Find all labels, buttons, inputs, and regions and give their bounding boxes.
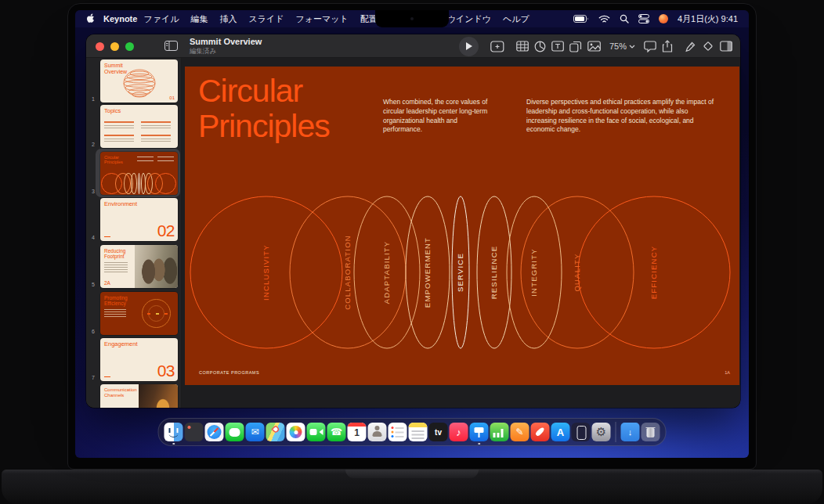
- finder-dock-icon[interactable]: [164, 419, 183, 445]
- menu-編集[interactable]: 編集: [190, 13, 208, 25]
- slide-thumbnail-4[interactable]: 4 Environment 02: [100, 198, 178, 241]
- laptop-base-lip: [345, 470, 479, 478]
- slide-thumbnail-2[interactable]: 2 Topics: [100, 105, 178, 148]
- rocket-icon: [531, 423, 550, 441]
- document-button[interactable]: [720, 41, 732, 52]
- play-button[interactable]: [459, 37, 479, 56]
- ring-label-quality: QUALITY: [573, 253, 581, 291]
- settings-dock-icon[interactable]: ⚙: [592, 419, 611, 445]
- thumb-mark: [104, 236, 110, 238]
- facetime-icon: [307, 423, 326, 441]
- text-button[interactable]: [551, 41, 564, 52]
- slide-thumbnail-6[interactable]: 6 Promoting Efficiency: [100, 292, 178, 335]
- window-title-block: Summit Overview 編集済み: [190, 37, 262, 56]
- shape-button[interactable]: [569, 41, 582, 52]
- running-indicator: [172, 443, 175, 445]
- thumb-text-block: [141, 121, 171, 131]
- slide-thumbnail-7[interactable]: 7 Engagement 03: [100, 338, 178, 381]
- thumb-title-6: Promoting Efficiency: [104, 295, 128, 306]
- app-store-dock-icon[interactable]: A: [551, 419, 570, 445]
- dock: ✉☎tv♪✎A⚙↓: [158, 418, 667, 446]
- menu-ウインドウ[interactable]: ウインドウ: [447, 13, 491, 25]
- close-button[interactable]: [96, 42, 104, 51]
- search-icon[interactable]: [620, 14, 629, 23]
- sidebar-toggle-button[interactable]: [164, 41, 178, 51]
- play-icon: [466, 42, 472, 50]
- window-titlebar: Summit Overview 編集済み: [86, 34, 740, 58]
- animate-button[interactable]: [702, 40, 714, 52]
- apple-logo-icon: [86, 13, 96, 24]
- battery-icon[interactable]: [573, 15, 589, 23]
- apple-menu[interactable]: [86, 13, 96, 24]
- thumb-title-2: Topics: [104, 108, 121, 114]
- slide-number-7: 7: [92, 375, 95, 380]
- chevron-down-icon: [629, 45, 635, 49]
- chart-button[interactable]: [534, 41, 546, 52]
- slide-thumbnail-3-selected[interactable]: 3 Circular Principles: [100, 152, 178, 195]
- fullscreen-button[interactable]: [125, 42, 134, 51]
- traffic-lights: [96, 42, 134, 51]
- thumb-art-7: Engagement 03: [100, 338, 178, 381]
- menubar-status-area: 4月1日(火) 9:41: [573, 13, 738, 25]
- music-dock-icon[interactable]: ♪: [450, 419, 468, 445]
- numbers-icon: [490, 423, 509, 441]
- slide-thumbnail-1[interactable]: 1 Summit Overview: [100, 59, 178, 103]
- menu-スライド[interactable]: スライド: [248, 13, 284, 25]
- slide-thumbnail-8[interactable]: 8 Communication Channels: [100, 384, 178, 408]
- notes-dock-icon[interactable]: [409, 419, 428, 445]
- share-button[interactable]: [662, 40, 673, 52]
- ring-label-integrity: INTEGRITY: [529, 248, 538, 296]
- menubar-app-name[interactable]: Keynote: [103, 14, 137, 23]
- safari-dock-icon[interactable]: [205, 419, 224, 445]
- photos-icon: [287, 423, 305, 441]
- phone-dock-icon[interactable]: ☎: [327, 419, 346, 445]
- launchpad-dock-icon[interactable]: [185, 419, 204, 445]
- thumb-title-5: Reducing Footprint: [104, 248, 125, 259]
- orange-status-icon[interactable]: [659, 14, 668, 23]
- format-button[interactable]: [685, 41, 696, 52]
- maps-dock-icon[interactable]: [266, 419, 285, 445]
- running-indicator: [478, 443, 480, 445]
- keynote-dock-icon[interactable]: [470, 419, 489, 445]
- safari-icon: [205, 423, 224, 441]
- dock-divider: [616, 422, 616, 442]
- slide-paragraph-1[interactable]: When combined, the core values of circul…: [383, 98, 495, 135]
- photos-dock-icon[interactable]: [287, 419, 305, 445]
- menu-ヘルプ[interactable]: ヘルプ: [503, 13, 529, 25]
- contacts-dock-icon[interactable]: [368, 419, 387, 445]
- messages-dock-icon[interactable]: [226, 419, 244, 445]
- thumb-art-4: Environment 02: [100, 198, 178, 241]
- slide-number-6: 6: [92, 329, 95, 334]
- numbers-dock-icon[interactable]: [490, 419, 509, 445]
- comment-button[interactable]: [644, 41, 656, 52]
- menu-ファイル[interactable]: ファイル: [143, 13, 179, 25]
- minimize-button[interactable]: [110, 42, 119, 51]
- downloads-dock-icon[interactable]: ↓: [621, 419, 640, 445]
- zoom-select[interactable]: 75%: [609, 41, 635, 51]
- thumb-big-number-7: 03: [157, 362, 175, 380]
- facetime-dock-icon[interactable]: [307, 419, 326, 445]
- slide-paragraph-2[interactable]: Diverse perspectives and ethical practic…: [526, 98, 720, 135]
- menu-挿入[interactable]: 挿入: [219, 13, 237, 25]
- calendar-dock-icon[interactable]: [348, 419, 367, 445]
- ring-label-efficiency: EFFICIENCY: [649, 246, 658, 299]
- wifi-icon[interactable]: [598, 15, 610, 23]
- trash-dock-icon[interactable]: [641, 419, 660, 445]
- table-button[interactable]: [516, 41, 529, 52]
- control-center-icon[interactable]: [638, 14, 649, 23]
- current-slide[interactable]: Circular Principles When combined, the c…: [185, 67, 739, 385]
- slide-title[interactable]: Circular Principles: [198, 74, 330, 144]
- thumb-page-label-1: 01: [169, 95, 175, 100]
- rocket-dock-icon[interactable]: [531, 419, 550, 445]
- menubar-clock[interactable]: 4月1日(火) 9:41: [678, 13, 738, 25]
- tv-dock-icon[interactable]: tv: [429, 419, 448, 445]
- add-slide-button[interactable]: [490, 41, 504, 52]
- pages-dock-icon[interactable]: ✎: [511, 419, 529, 445]
- slide-thumbnail-5[interactable]: 5 Reducing Footprint 2A: [100, 245, 178, 288]
- media-button[interactable]: [587, 41, 601, 52]
- iphone-mirroring-dock-icon[interactable]: [572, 419, 591, 445]
- messages-icon: [226, 423, 244, 441]
- reminders-dock-icon[interactable]: [389, 419, 407, 445]
- mail-dock-icon[interactable]: ✉: [246, 419, 265, 445]
- menu-フォーマット[interactable]: フォーマット: [295, 13, 348, 25]
